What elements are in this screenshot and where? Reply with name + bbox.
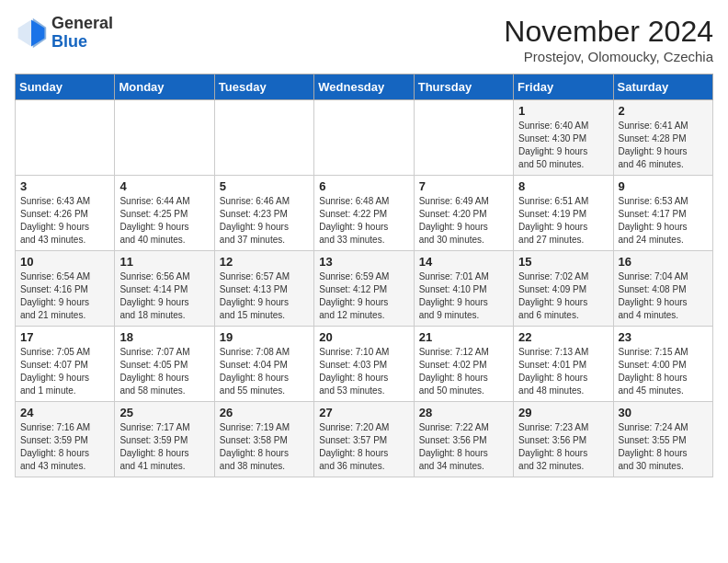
calendar-table: SundayMondayTuesdayWednesdayThursdayFrid…	[15, 74, 713, 477]
column-header-thursday: Thursday	[414, 75, 513, 100]
column-header-monday: Monday	[115, 75, 214, 100]
title-section: November 2024 Prostejov, Olomoucky, Czec…	[504, 15, 713, 64]
calendar-cell: 12Sunrise: 6:57 AM Sunset: 4:13 PM Dayli…	[214, 251, 313, 327]
calendar-cell: 26Sunrise: 7:19 AM Sunset: 3:58 PM Dayli…	[214, 402, 313, 477]
day-number: 10	[20, 255, 109, 269]
calendar-cell: 25Sunrise: 7:17 AM Sunset: 3:59 PM Dayli…	[115, 402, 214, 477]
day-number: 19	[220, 330, 309, 344]
calendar-cell: 21Sunrise: 7:12 AM Sunset: 4:02 PM Dayli…	[414, 327, 513, 402]
day-number: 4	[119, 179, 209, 193]
calendar-cell: 19Sunrise: 7:08 AM Sunset: 4:04 PM Dayli…	[214, 327, 313, 402]
calendar-cell: 24Sunrise: 7:16 AM Sunset: 3:59 PM Dayli…	[16, 402, 115, 477]
day-info: Sunrise: 7:23 AM Sunset: 3:56 PM Dayligh…	[518, 421, 608, 473]
day-info: Sunrise: 6:59 AM Sunset: 4:12 PM Dayligh…	[319, 270, 408, 322]
calendar-cell: 22Sunrise: 7:13 AM Sunset: 4:01 PM Dayli…	[514, 327, 613, 402]
day-number: 30	[619, 406, 708, 419]
day-info: Sunrise: 7:13 AM Sunset: 4:01 PM Dayligh…	[518, 346, 608, 397]
day-number: 17	[20, 330, 109, 344]
day-info: Sunrise: 7:20 AM Sunset: 3:57 PM Dayligh…	[319, 421, 408, 473]
day-number: 1	[518, 104, 608, 118]
day-info: Sunrise: 7:17 AM Sunset: 3:59 PM Dayligh…	[119, 421, 209, 473]
day-info: Sunrise: 6:40 AM Sunset: 4:30 PM Dayligh…	[518, 120, 608, 171]
day-number: 9	[619, 179, 708, 193]
calendar-cell: 23Sunrise: 7:15 AM Sunset: 4:00 PM Dayli…	[613, 327, 712, 402]
day-info: Sunrise: 7:24 AM Sunset: 3:55 PM Dayligh…	[619, 421, 708, 473]
day-info: Sunrise: 6:44 AM Sunset: 4:25 PM Dayligh…	[119, 195, 209, 247]
day-info: Sunrise: 6:41 AM Sunset: 4:28 PM Dayligh…	[619, 120, 708, 171]
calendar-cell: 20Sunrise: 7:10 AM Sunset: 4:03 PM Dayli…	[314, 327, 414, 402]
day-number: 11	[119, 255, 209, 269]
calendar-week-row: 1Sunrise: 6:40 AM Sunset: 4:30 PM Daylig…	[16, 100, 713, 176]
column-header-tuesday: Tuesday	[214, 75, 313, 100]
day-info: Sunrise: 6:43 AM Sunset: 4:26 PM Dayligh…	[20, 195, 109, 247]
calendar-cell	[115, 100, 214, 176]
day-number: 26	[220, 406, 309, 419]
day-info: Sunrise: 7:01 AM Sunset: 4:10 PM Dayligh…	[419, 270, 508, 322]
column-header-sunday: Sunday	[16, 75, 115, 100]
day-info: Sunrise: 7:19 AM Sunset: 3:58 PM Dayligh…	[220, 421, 309, 473]
day-info: Sunrise: 7:16 AM Sunset: 3:59 PM Dayligh…	[20, 421, 109, 473]
day-number: 12	[220, 255, 309, 269]
day-info: Sunrise: 7:08 AM Sunset: 4:04 PM Dayligh…	[220, 346, 309, 397]
calendar-cell: 15Sunrise: 7:02 AM Sunset: 4:09 PM Dayli…	[514, 251, 613, 327]
day-number: 2	[619, 104, 708, 118]
day-info: Sunrise: 6:57 AM Sunset: 4:13 PM Dayligh…	[220, 270, 309, 322]
calendar-cell: 5Sunrise: 6:46 AM Sunset: 4:23 PM Daylig…	[214, 176, 313, 251]
day-number: 20	[319, 330, 408, 344]
calendar-cell: 7Sunrise: 6:49 AM Sunset: 4:20 PM Daylig…	[414, 176, 513, 251]
day-info: Sunrise: 7:04 AM Sunset: 4:08 PM Dayligh…	[619, 270, 708, 322]
day-number: 14	[419, 255, 508, 269]
day-number: 24	[20, 406, 109, 419]
day-info: Sunrise: 7:02 AM Sunset: 4:09 PM Dayligh…	[518, 270, 608, 322]
column-header-friday: Friday	[514, 75, 613, 100]
day-number: 6	[319, 179, 408, 193]
calendar-cell: 16Sunrise: 7:04 AM Sunset: 4:08 PM Dayli…	[613, 251, 712, 327]
calendar-cell: 18Sunrise: 7:07 AM Sunset: 4:05 PM Dayli…	[115, 327, 214, 402]
day-number: 15	[518, 255, 608, 269]
day-number: 28	[419, 406, 508, 419]
day-number: 18	[119, 330, 209, 344]
calendar-header-row: SundayMondayTuesdayWednesdayThursdayFrid…	[16, 75, 713, 100]
calendar-cell	[16, 100, 115, 176]
day-info: Sunrise: 7:12 AM Sunset: 4:02 PM Dayligh…	[419, 346, 508, 397]
day-number: 16	[619, 255, 708, 269]
logo-text: General Blue	[51, 15, 113, 52]
day-number: 29	[518, 406, 608, 419]
day-info: Sunrise: 6:54 AM Sunset: 4:16 PM Dayligh…	[20, 270, 109, 322]
calendar-cell	[414, 100, 513, 176]
day-info: Sunrise: 6:51 AM Sunset: 4:19 PM Dayligh…	[518, 195, 608, 247]
calendar-cell: 3Sunrise: 6:43 AM Sunset: 4:26 PM Daylig…	[16, 176, 115, 251]
day-number: 27	[319, 406, 408, 419]
calendar-week-row: 3Sunrise: 6:43 AM Sunset: 4:26 PM Daylig…	[16, 176, 713, 251]
calendar-cell: 6Sunrise: 6:48 AM Sunset: 4:22 PM Daylig…	[314, 176, 414, 251]
day-number: 13	[319, 255, 408, 269]
column-header-saturday: Saturday	[613, 75, 712, 100]
day-number: 3	[20, 179, 109, 193]
calendar-cell: 29Sunrise: 7:23 AM Sunset: 3:56 PM Dayli…	[514, 402, 613, 477]
header: General Blue November 2024 Prostejov, Ol…	[15, 15, 713, 64]
day-info: Sunrise: 7:07 AM Sunset: 4:05 PM Dayligh…	[119, 346, 209, 397]
month-title: November 2024	[504, 15, 713, 49]
day-info: Sunrise: 6:48 AM Sunset: 4:22 PM Dayligh…	[319, 195, 408, 247]
calendar-cell: 28Sunrise: 7:22 AM Sunset: 3:56 PM Dayli…	[414, 402, 513, 477]
day-info: Sunrise: 6:56 AM Sunset: 4:14 PM Dayligh…	[119, 270, 209, 322]
day-number: 7	[419, 179, 508, 193]
day-number: 25	[119, 406, 209, 419]
calendar-week-row: 17Sunrise: 7:05 AM Sunset: 4:07 PM Dayli…	[16, 327, 713, 402]
calendar-cell: 17Sunrise: 7:05 AM Sunset: 4:07 PM Dayli…	[16, 327, 115, 402]
calendar-cell: 14Sunrise: 7:01 AM Sunset: 4:10 PM Dayli…	[414, 251, 513, 327]
day-info: Sunrise: 6:53 AM Sunset: 4:17 PM Dayligh…	[619, 195, 708, 247]
day-number: 5	[220, 179, 309, 193]
day-info: Sunrise: 7:10 AM Sunset: 4:03 PM Dayligh…	[319, 346, 408, 397]
calendar-cell: 4Sunrise: 6:44 AM Sunset: 4:25 PM Daylig…	[115, 176, 214, 251]
calendar-week-row: 24Sunrise: 7:16 AM Sunset: 3:59 PM Dayli…	[16, 402, 713, 477]
calendar-cell	[214, 100, 313, 176]
day-number: 23	[619, 330, 708, 344]
calendar-cell: 1Sunrise: 6:40 AM Sunset: 4:30 PM Daylig…	[514, 100, 613, 176]
day-number: 21	[419, 330, 508, 344]
day-info: Sunrise: 7:05 AM Sunset: 4:07 PM Dayligh…	[20, 346, 109, 397]
day-info: Sunrise: 7:22 AM Sunset: 3:56 PM Dayligh…	[419, 421, 508, 473]
day-number: 8	[518, 179, 608, 193]
day-info: Sunrise: 6:46 AM Sunset: 4:23 PM Dayligh…	[220, 195, 309, 247]
calendar-cell: 13Sunrise: 6:59 AM Sunset: 4:12 PM Dayli…	[314, 251, 414, 327]
